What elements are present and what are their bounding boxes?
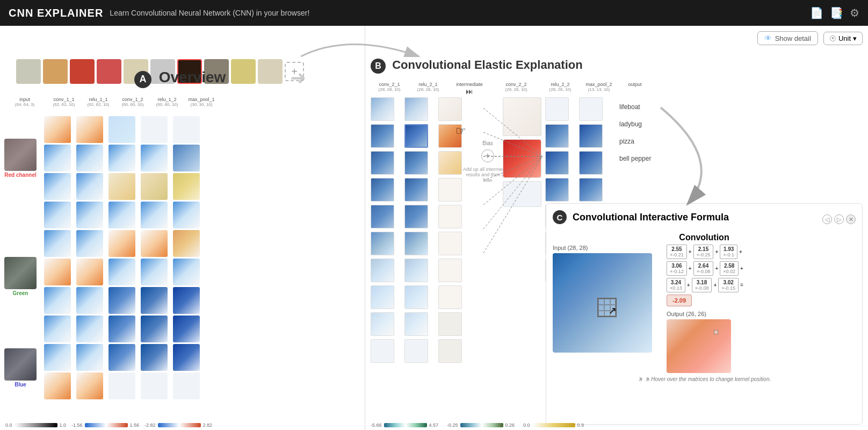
fm-conv21-8[interactable] — [371, 285, 394, 309]
layers-icon[interactable]: 📑 — [830, 6, 843, 19]
equals: = — [740, 282, 743, 288]
fm-relu21-5[interactable] — [404, 205, 428, 228]
conv21-header: conv_2_1 (28, 28, 10) — [371, 82, 408, 96]
input-thumb-2[interactable] — [43, 59, 68, 84]
relu11-header: relu_1_1 (62, 62, 10) — [82, 97, 115, 107]
svg-line-9 — [69, 125, 101, 192]
fm-relu21-6[interactable] — [404, 232, 428, 255]
fm-conv21-9[interactable] — [371, 312, 394, 336]
fm-inter-7[interactable] — [438, 259, 462, 282]
svg-line-14 — [69, 327, 101, 367]
right-color-scales: -5.66 4.57 -0.25 0.26 0.0 0.9 — [371, 422, 584, 428]
fm-inter-10[interactable] — [438, 339, 462, 363]
fm-relu21-10[interactable] — [404, 339, 428, 363]
output-ladybug: ladybug — [616, 119, 654, 130]
scale-r3: 0.0 0.9 — [523, 422, 584, 428]
nav-next[interactable]: ▷ — [834, 214, 844, 224]
eye-icon: 👁 — [764, 34, 772, 42]
fm-conv21-3[interactable] — [371, 151, 394, 175]
fm-conv21-1[interactable] — [371, 97, 394, 121]
fm-relu21-2-selected[interactable] — [404, 124, 428, 148]
fm-conv21-7[interactable] — [371, 259, 394, 282]
svg-line-11 — [69, 246, 101, 286]
mouse-cursor: ↖ — [609, 305, 617, 317]
kc-6: 2.58 ×0.02 — [720, 261, 739, 276]
input-thumb-1[interactable] — [16, 59, 41, 84]
fm-inter-1[interactable] — [438, 97, 462, 121]
fm-relu21-4[interactable] — [404, 178, 428, 202]
nav-prev[interactable]: ◁ — [822, 214, 832, 224]
fm-conv22-1[interactable] — [503, 97, 541, 136]
fm-inter-6[interactable] — [438, 232, 462, 255]
svg-line-2 — [69, 125, 101, 139]
fm-relu22-3[interactable] — [545, 151, 569, 175]
fm-conv21-4[interactable] — [371, 178, 394, 202]
conv-title: Convolution — [553, 233, 856, 242]
fm-inter-8[interactable] — [438, 285, 462, 309]
scale-input-max: 1.0 — [60, 422, 67, 428]
fm-conv22-3[interactable] — [503, 181, 541, 207]
input-thumb-10[interactable] — [258, 59, 283, 84]
fm-mp2-2[interactable] — [579, 124, 603, 148]
scale-conv1-max: 1.56 — [130, 422, 140, 428]
fm-relu21-8[interactable] — [404, 285, 428, 309]
blue-channel-label: Blue — [4, 382, 37, 388]
conv21-name: conv_2_1 — [371, 82, 408, 87]
scale-r2-min: -0.25 — [447, 422, 458, 428]
kc-3-bot: ×-0.1 — [723, 252, 734, 257]
fm-relu22-4[interactable] — [545, 178, 569, 202]
fm-mp2-3[interactable] — [579, 151, 603, 175]
fm-mp2-4[interactable] — [579, 178, 603, 202]
fm-relu21-3[interactable] — [404, 151, 428, 175]
fm-conv21-2[interactable] — [371, 124, 394, 148]
show-detail-button[interactable]: 👁 Show detail — [757, 31, 818, 45]
github-icon[interactable]: ⚙ — [850, 6, 859, 19]
intermediate-col: ☞ — [438, 97, 473, 414]
right-panel: B Convolutional Elastic Explanation conv… — [365, 26, 868, 430]
conv22-dims: (26, 26, 10) — [492, 87, 540, 92]
fm-relu21-1[interactable] — [404, 97, 428, 121]
input-thumb-9[interactable] — [231, 59, 256, 84]
fm-inter-3[interactable] — [438, 151, 462, 175]
fm-relu22-2[interactable] — [545, 124, 569, 148]
output-section: Output (26, 26) — [667, 311, 856, 373]
scale-r1-max: 4.57 — [429, 422, 439, 428]
document-icon[interactable]: 📄 — [810, 6, 823, 19]
unit-dropdown[interactable]: ⦿ Unit ▾ — [823, 32, 863, 45]
input-blue-channel: Blue — [4, 348, 37, 388]
conv11-dims: (62, 62, 10) — [47, 102, 81, 107]
output-map[interactable] — [667, 319, 731, 373]
conv-input-label: Input (28, 28) — [553, 245, 660, 251]
conv12-dims: (60, 60, 10) — [116, 102, 149, 107]
fast-forward-button[interactable]: ⏭ — [466, 87, 473, 96]
fm-inter-9[interactable] — [438, 312, 462, 336]
nav-close[interactable]: ✕ — [846, 214, 856, 224]
fm-relu21-7[interactable] — [404, 259, 428, 282]
scale-input: 0.0 1.0 — [5, 422, 66, 428]
scale-conv2-min: -2.82 — [144, 422, 156, 428]
fm-conv21-5[interactable] — [371, 205, 394, 228]
fm-inter-4[interactable] — [438, 178, 462, 202]
bias-label: Bias — [482, 140, 493, 146]
output-header: output — [619, 82, 651, 96]
maxpool1-name: max_pool_1 — [185, 97, 218, 102]
conv22-header: conv_2_2 (26, 26, 10) — [492, 82, 540, 96]
input-thumb-4[interactable] — [97, 59, 121, 84]
fm-relu22-1[interactable] — [545, 97, 569, 121]
fm-conv21-10[interactable] — [371, 339, 394, 363]
svg-line-8 — [69, 192, 101, 233]
add-image-button[interactable]: + — [285, 62, 304, 81]
formula-header: C Convolutional Interactive Formula ◁ ▷ … — [553, 210, 856, 228]
fm-conv22-2-highlighted[interactable] — [503, 139, 541, 178]
right-layer-headers: conv_2_1 (28, 28, 10) relu_2_1 (28, 28, … — [365, 82, 784, 96]
fm-relu21-9[interactable] — [404, 312, 428, 336]
fm-conv21-6[interactable] — [371, 232, 394, 255]
input-thumb-3[interactable] — [70, 59, 95, 84]
conv-input-map[interactable]: ↖ — [553, 253, 652, 353]
fm-mp2-1[interactable] — [579, 97, 603, 121]
hand-cursor: ☞ — [455, 124, 466, 138]
kc-4-bot: ×-0.12 — [670, 269, 684, 274]
section-letter-c: C — [553, 210, 567, 224]
fm-inter-5[interactable] — [438, 205, 462, 228]
relu21-header: relu_2_1 (28, 28, 10) — [409, 82, 447, 96]
